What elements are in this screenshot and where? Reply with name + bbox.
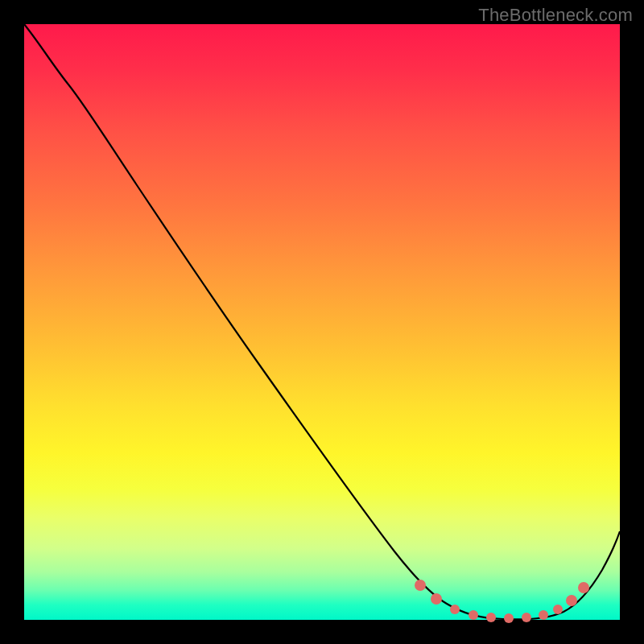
plot-area bbox=[24, 24, 620, 620]
marker-dot bbox=[539, 610, 548, 620]
marker-dot bbox=[415, 580, 426, 591]
marker-dot bbox=[486, 613, 496, 622]
marker-dot bbox=[553, 605, 563, 614]
marker-dot bbox=[469, 610, 478, 620]
marker-dot bbox=[431, 593, 442, 605]
optimal-region-dots bbox=[415, 580, 589, 623]
marker-dot bbox=[566, 595, 577, 606]
marker-dot bbox=[522, 613, 531, 622]
marker-dot bbox=[504, 613, 514, 623]
chart-frame: TheBottleneck.com bbox=[0, 0, 644, 644]
bottleneck-curve bbox=[24, 24, 620, 619]
marker-dot bbox=[578, 582, 589, 593]
watermark-text: TheBottleneck.com bbox=[478, 5, 633, 26]
marker-dot bbox=[450, 605, 460, 614]
chart-svg bbox=[24, 24, 620, 620]
